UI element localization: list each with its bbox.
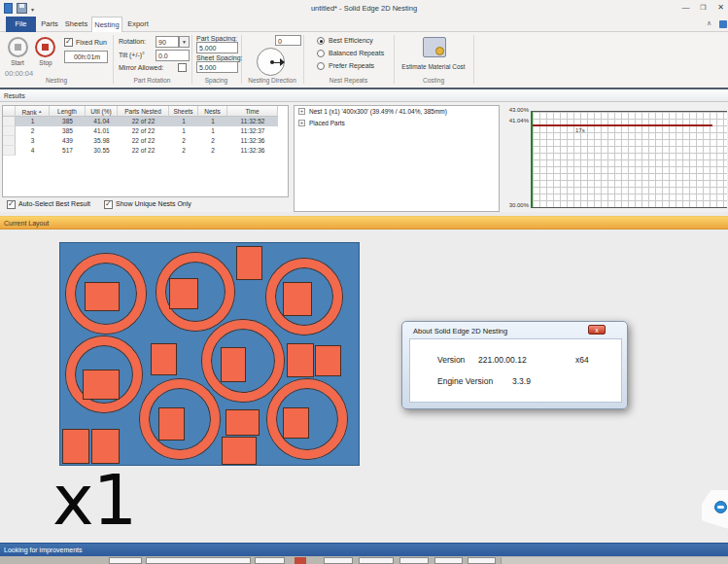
unique-nests-checkbox[interactable] — [104, 200, 113, 209]
tilt-input[interactable]: 0.0 — [156, 50, 190, 61]
column-header-time[interactable]: Time — [227, 106, 278, 117]
rotation-dropdown-icon[interactable]: ▼ — [179, 36, 190, 48]
row-selector[interactable] — [3, 126, 16, 136]
result-row[interactable]: 343935.9822 of 222211:32:36 — [3, 136, 288, 146]
results-options: Auto-Select Best Result Show Unique Nest… — [0, 199, 292, 212]
taskbar-item[interactable] — [255, 557, 285, 564]
row-selector[interactable] — [3, 136, 16, 146]
tree-item[interactable]: +Nest 1 (x1) '400x300' (39.49% / 41.04%,… — [295, 106, 499, 118]
column-header-parts-nested[interactable]: Parts Nested — [118, 106, 169, 117]
column-header-rank[interactable]: Rank ▲ — [16, 106, 50, 117]
expand-icon[interactable]: + — [298, 108, 305, 115]
nest-tree[interactable]: +Nest 1 (x1) '400x300' (39.49% / 41.04%,… — [294, 105, 500, 212]
column-header-sheets[interactable]: Sheets — [169, 106, 198, 117]
part-rectangle[interactable] — [221, 347, 246, 382]
taskbar-item[interactable] — [109, 557, 142, 564]
collapse-ribbon-icon[interactable]: ∧ — [707, 19, 711, 27]
part-rectangle[interactable] — [83, 370, 120, 400]
direction-input[interactable]: 0 — [275, 35, 301, 46]
fixed-run-checkbox[interactable] — [64, 38, 73, 47]
duration-input[interactable]: 00h:01m — [64, 51, 108, 63]
tab-parts[interactable]: Parts — [38, 17, 61, 32]
chart-ytick-top: 43.00% — [501, 107, 529, 113]
taskbar-item[interactable] — [399, 557, 429, 564]
group-separator — [473, 35, 474, 84]
taskbar-item[interactable] — [468, 557, 496, 564]
sheet-spacing-input[interactable]: 5.000 — [196, 61, 238, 73]
engine-version-label: Engine Version — [437, 376, 493, 386]
taskbar-item[interactable] — [434, 557, 463, 564]
architecture-value: x64 — [575, 355, 589, 365]
status-bar: Looking for improvements — [0, 543, 728, 556]
restore-button[interactable]: ❐ — [696, 2, 711, 14]
part-rectangle[interactable] — [151, 343, 177, 375]
part-rectangle[interactable] — [225, 409, 260, 436]
stop-button[interactable] — [35, 37, 55, 57]
part-rectangle[interactable] — [236, 246, 262, 280]
tab-export[interactable]: Export — [124, 17, 152, 32]
help-icon[interactable] — [719, 20, 727, 28]
cell: 2 — [16, 126, 50, 136]
part-rectangle[interactable] — [222, 437, 257, 465]
part-rectangle[interactable] — [158, 407, 185, 441]
minimize-button[interactable]: — — [678, 2, 693, 14]
part-rectangle[interactable] — [85, 282, 120, 311]
result-row[interactable]: 138541.0422 of 221111:32:52 — [3, 117, 288, 126]
part-rectangle[interactable] — [283, 407, 309, 439]
radio-best-efficiency[interactable] — [317, 37, 325, 45]
result-row[interactable]: 238541.0122 of 221111:32:37 — [3, 126, 288, 136]
stop-label: Stop — [32, 59, 59, 66]
cell: 22 of 22 — [118, 136, 169, 146]
taskbar-item[interactable] — [359, 557, 394, 564]
cell: 385 — [50, 126, 86, 136]
teamviewer-icon[interactable] — [714, 501, 727, 513]
tab-file[interactable]: File — [6, 17, 36, 32]
tab-nesting[interactable]: Nesting — [91, 17, 122, 33]
part-rectangle[interactable] — [283, 282, 312, 316]
column-header-selector — [3, 106, 16, 117]
cell: 439 — [50, 136, 86, 146]
rotation-input[interactable]: 90 — [156, 36, 179, 48]
close-button[interactable]: ✕ — [713, 2, 728, 14]
part-rectangle[interactable] — [287, 343, 314, 377]
radio-label: Best Efficiency — [329, 37, 373, 44]
cell: 22 of 22 — [118, 117, 169, 126]
estimate-material-cost-button[interactable]: Estimate Material Cost — [387, 63, 480, 70]
part-rectangle[interactable] — [315, 345, 341, 376]
start-button[interactable] — [8, 37, 28, 57]
cell: 41.04 — [86, 117, 118, 126]
expand-icon[interactable]: + — [298, 120, 305, 126]
taskbar-item[interactable] — [324, 557, 353, 564]
auto-select-label: Auto-Select Best Result — [18, 200, 90, 207]
nesting-direction-icon[interactable] — [257, 48, 285, 76]
tilt-label: Tilt (+/-)° — [119, 52, 145, 58]
cell: 2 — [198, 146, 227, 156]
start-icon — [15, 44, 21, 51]
part-spacing-input[interactable]: 5.000 — [196, 42, 238, 53]
tree-item[interactable]: +Placed Parts — [295, 118, 499, 129]
results-table[interactable]: Rank ▲LengthUtil (%)Parts NestedSheetsNe… — [2, 105, 289, 197]
estimate-material-cost-icon[interactable] — [423, 37, 446, 57]
column-header-util-[interactable]: Util (%) — [86, 106, 118, 117]
cell: 30.55 — [86, 146, 118, 156]
result-row[interactable]: 451730.5522 of 222211:32:36 — [3, 146, 288, 156]
radio-balanced-repeats[interactable] — [317, 50, 325, 57]
row-selector[interactable] — [3, 146, 16, 156]
mirror-allowed-label: Mirror Allowed: — [119, 64, 163, 71]
part-rectangle[interactable] — [169, 278, 198, 309]
start-label: Start — [4, 59, 31, 66]
cell: 1 — [169, 126, 198, 136]
auto-select-checkbox[interactable] — [7, 200, 16, 209]
taskbar-item[interactable] — [146, 557, 251, 564]
tree-item-label: Nest 1 (x1) '400x300' (39.49% / 41.04%, … — [309, 108, 447, 115]
radio-prefer-repeats[interactable] — [317, 62, 325, 70]
mirror-allowed-checkbox[interactable] — [178, 63, 187, 72]
cell: 3 — [16, 136, 50, 146]
taskbar-item[interactable] — [295, 557, 306, 564]
tab-sheets[interactable]: Sheets — [63, 17, 89, 32]
column-header-nests[interactable]: Nests — [198, 106, 227, 117]
column-header-length[interactable]: Length — [50, 106, 86, 117]
about-close-button[interactable]: x — [588, 325, 606, 335]
row-selector[interactable] — [3, 117, 16, 126]
ribbon: Start Stop 00:00:04 Fixed Run 00h:01m Ne… — [0, 32, 728, 88]
